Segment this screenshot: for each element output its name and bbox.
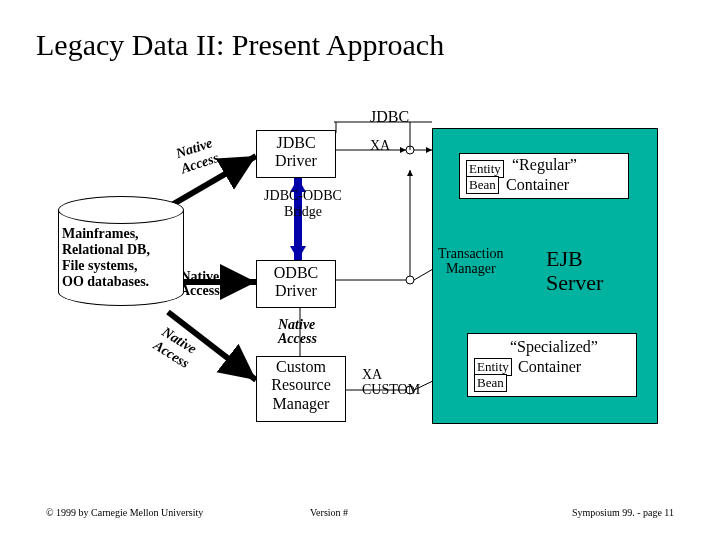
footer-version: Version # <box>310 507 348 518</box>
regular-label: “Regular” <box>512 156 577 174</box>
cyl-line: Mainframes, <box>62 226 184 242</box>
regular-container-box: Entity Bean “Regular” Container <box>459 153 629 199</box>
box-line: Resource <box>257 376 345 394</box>
box-line: Bridge <box>258 204 348 220</box>
bean-label: Bean <box>474 374 507 392</box>
jdbc-driver-box: JDBC Driver <box>256 130 336 178</box>
container-label: Container <box>518 358 581 376</box>
native-access-label: Native Access <box>174 135 221 177</box>
slide-title: Legacy Data II: Present Approach <box>36 28 444 62</box>
data-sources-cylinder: Mainframes, Relational DB, File systems,… <box>58 196 184 318</box>
bridge-label: JDBC-ODBC Bridge <box>258 188 348 220</box>
container-label: Container <box>506 176 569 194</box>
ejb-label: EJB <box>546 246 583 272</box>
odbc-driver-box: ODBC Driver <box>256 260 336 308</box>
box-line: Driver <box>257 152 335 170</box>
box-line: JDBC <box>257 134 335 152</box>
footer-page: Symposium 99. - page 11 <box>572 507 674 518</box>
box-line: Driver <box>257 282 335 300</box>
server-label: Server <box>546 270 603 296</box>
native-access-label: Native Access <box>278 318 317 346</box>
specialized-container-box: Entity Bean “Specialized” Container <box>467 333 637 397</box>
cyl-line: File systems, <box>62 258 184 274</box>
xa-custom-label: XA CUSTOM <box>362 368 420 397</box>
footer-copyright: © 1999 by Carnegie Mellon University <box>46 507 203 518</box>
box-line: Manager <box>257 395 345 413</box>
cyl-line: Relational DB, <box>62 242 184 258</box>
transaction-manager-label: Transaction Manager <box>438 246 504 277</box>
cyl-line: OO databases. <box>62 274 184 290</box>
native-access-label: Native Access <box>180 270 220 298</box>
xa-label: XA <box>370 138 390 154</box>
svg-point-3 <box>406 146 414 154</box>
box-line: JDBC-ODBC <box>258 188 348 204</box>
native-access-label: Native Access <box>150 324 200 372</box>
custom-resource-manager-box: Custom Resource Manager <box>256 356 346 422</box>
specialized-label: “Specialized” <box>510 338 598 356</box>
box-line: ODBC <box>257 264 335 282</box>
box-line: Custom <box>257 358 345 376</box>
svg-marker-8 <box>290 246 306 260</box>
bean-label: Bean <box>466 176 499 194</box>
jdbc-label: JDBC <box>370 108 409 126</box>
svg-point-9 <box>406 276 414 284</box>
